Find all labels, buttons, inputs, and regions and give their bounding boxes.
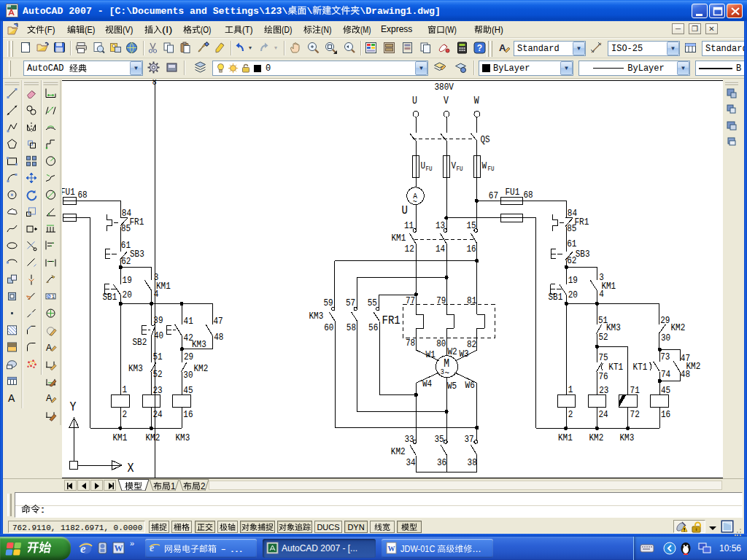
svg-text:V: V [452,160,457,171]
svg-text:55: 55 [368,298,377,308]
svg-text:1: 1 [123,384,128,395]
svg-text:78: 78 [406,338,415,349]
svg-text:U: U [412,95,417,106]
svg-text:51: 51 [152,351,162,362]
svg-text:(O): (O) [201,25,211,35]
svg-text:81: 81 [467,295,476,306]
svg-text:48: 48 [214,332,223,343]
svg-text:76: 76 [599,371,608,382]
svg-text:34: 34 [406,457,416,468]
svg-text:- ...: - ... [217,544,243,554]
svg-text:41: 41 [184,316,193,327]
svg-text:58: 58 [347,322,356,333]
svg-text:SB3: SB3 [576,249,590,260]
svg-text:72: 72 [630,409,640,420]
svg-text:30: 30 [661,332,670,343]
svg-text::: : [40,504,45,515]
svg-text:(H): (H) [492,25,503,35]
svg-text:(F): (F) [44,25,55,35]
svg-text:~: ~ [445,368,450,378]
svg-text:2: 2 [568,409,573,420]
svg-text:4: 4 [154,289,159,300]
svg-text:8: 8 [152,79,157,88]
svg-text:67: 67 [489,190,498,201]
svg-text:~: ~ [413,197,417,207]
svg-text:KM1: KM1 [558,432,573,443]
svg-text:?: ? [477,43,482,53]
svg-text:2: 2 [201,481,206,491]
svg-text:20: 20 [123,289,132,300]
svg-text:29: 29 [660,315,670,326]
svg-text:71: 71 [630,385,640,396]
svg-text:19: 19 [568,275,578,286]
svg-text:11: 11 [404,220,414,231]
svg-text:80: 80 [436,338,446,349]
svg-text:SB3: SB3 [130,249,144,260]
svg-text:33: 33 [404,434,414,445]
svg-text:W: W [482,160,487,171]
svg-text:61: 61 [567,238,576,249]
svg-text:29: 29 [184,351,193,362]
svg-text:(V): (V) [123,25,133,35]
svg-text:39: 39 [153,315,163,326]
svg-text:KM1: KM1 [113,432,128,443]
svg-text:Y: Y [70,400,77,414]
svg-text:(D): (D) [282,25,292,35]
svg-text:59: 59 [323,298,333,308]
svg-text:QS: QS [481,134,490,145]
svg-text:38: 38 [468,457,477,468]
svg-text:74: 74 [661,369,670,380]
svg-text:KM3: KM3 [309,311,324,322]
svg-text:(W): (W) [445,25,457,35]
svg-text:20: 20 [568,289,578,300]
svg-text:47: 47 [214,316,223,327]
svg-text:W: W [115,543,123,553]
svg-text:W5: W5 [447,381,457,392]
svg-text:U: U [402,203,408,217]
svg-text:X: X [128,461,134,475]
svg-text:2: 2 [123,409,128,420]
svg-text:KM2: KM2 [589,432,604,443]
svg-text:56: 56 [368,322,378,333]
svg-text:V: V [444,95,449,106]
svg-text:\Drawing1.dwg]: \Drawing1.dwg] [360,6,441,17]
svg-text:79: 79 [436,295,446,306]
svg-text:KT1: KT1 [608,362,623,373]
svg-text:W6: W6 [465,380,475,391]
svg-text:14: 14 [436,244,445,254]
svg-text:SB2: SB2 [133,337,147,348]
svg-text:1: 1 [568,384,573,395]
svg-text:85: 85 [121,223,131,234]
svg-text:W: W [388,545,395,553]
svg-text:57: 57 [346,298,355,308]
svg-text:SB1: SB1 [549,292,563,303]
svg-text:52: 52 [152,369,162,380]
svg-text:73: 73 [660,351,670,362]
svg-text:16: 16 [183,409,193,420]
svg-text:FU: FU [488,165,495,173]
svg-text:KM1: KM1 [392,233,406,244]
svg-text:W1: W1 [426,349,436,360]
svg-text:45: 45 [183,385,193,396]
svg-text:KM2: KM2 [146,432,160,443]
svg-text:68: 68 [78,190,88,201]
svg-text:62: 62 [567,255,576,266]
svg-text:24: 24 [152,409,162,420]
svg-text:52: 52 [599,332,608,343]
svg-text:(N): (N) [321,25,331,35]
svg-text:380V: 380V [435,82,454,93]
svg-text:48: 48 [681,369,690,380]
svg-text:23: 23 [599,385,608,396]
svg-text:KM2: KM2 [391,446,406,457]
svg-text:(I): (I) [162,25,172,35]
svg-text:FR1: FR1 [130,217,144,228]
svg-text:40: 40 [154,330,163,341]
svg-text:4: 4 [599,289,604,300]
svg-text:SB1: SB1 [103,292,117,303]
svg-text:JDW-01C: JDW-01C [400,544,437,554]
svg-text:FU1: FU1 [506,187,520,198]
svg-text:68: 68 [523,190,533,201]
svg-text:FU: FU [426,165,433,173]
svg-text:A: A [8,392,15,404]
svg-text:A: A [46,343,52,353]
